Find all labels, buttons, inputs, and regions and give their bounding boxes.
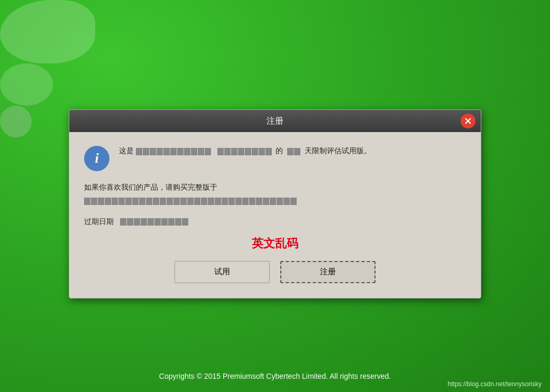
bg-blob-2 — [0, 63, 53, 106]
line1-days: 天限制评估试用版。 — [305, 146, 371, 155]
button-row: 试用 注册 — [84, 261, 466, 287]
purchase-link — [84, 196, 297, 204]
dialog-title: 注册 — [267, 116, 283, 127]
footer: Copyrights © 2015 Premiumsoft Cybertech … — [0, 360, 550, 392]
register-button[interactable]: 注册 — [280, 261, 375, 283]
purchase-prefix: 如果你喜欢我们的产品，请购买完整版于 — [84, 183, 217, 191]
expiry-section: 过期日期 — [84, 215, 466, 228]
garbled-block-1 — [136, 148, 211, 155]
bg-blob-1 — [0, 0, 95, 63]
close-button[interactable] — [461, 114, 475, 128]
info-icon-circle: i — [84, 146, 109, 171]
registration-dialog: 注册 i 这是 — [69, 109, 481, 298]
footer-url: https://blog.csdn.net/tennysorisky — [448, 380, 542, 388]
line1-prefix: 这是 — [119, 146, 134, 155]
garbled-link-block — [84, 198, 297, 205]
expiry-label: 过期日期 — [84, 217, 114, 226]
info-text-block: 这是 的 天限制评估 — [119, 145, 466, 157]
dialog-wrapper: 注册 i 这是 — [63, 58, 487, 350]
footer-copyright: Copyrights © 2015 Premiumsoft Cybertech … — [159, 372, 391, 380]
garbled-red-label: 英文乱码 — [84, 236, 466, 251]
info-row: i 这是 的 — [84, 145, 466, 171]
info-icon-letter: i — [95, 151, 98, 166]
garbled-block-3 — [287, 148, 300, 155]
bg-blob-3 — [0, 106, 32, 137]
garbled-block-2 — [217, 148, 272, 155]
trial-button[interactable]: 试用 — [175, 261, 270, 283]
dialog-titlebar: 注册 — [69, 110, 481, 132]
garbled-expiry-block — [120, 218, 188, 226]
line1-de: 的 — [276, 146, 283, 155]
purchase-section: 如果你喜欢我们的产品，请购买完整版于 — [84, 181, 466, 207]
dialog-content: i 这是 的 — [69, 132, 481, 298]
